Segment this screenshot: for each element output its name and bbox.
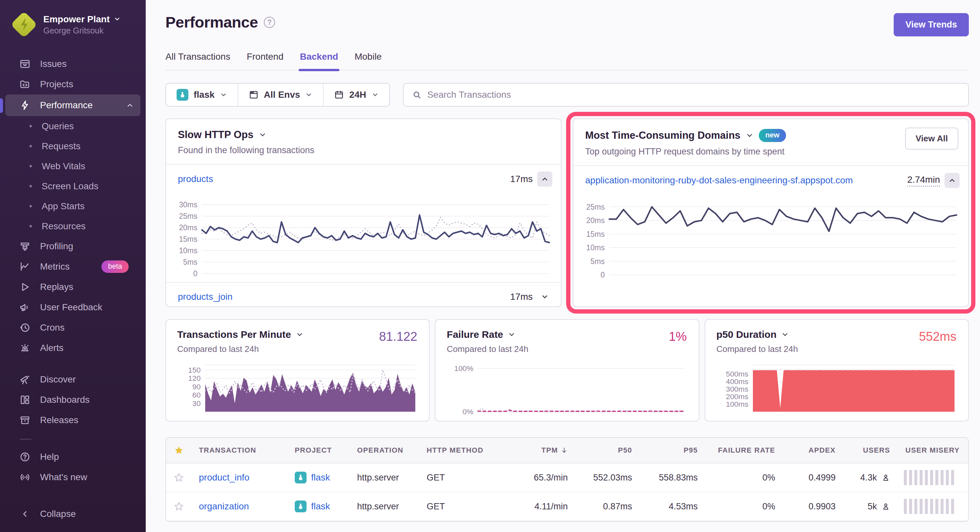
sidebar-item-whats-new[interactable]: What's new <box>0 467 146 488</box>
sidebar-item-screen-loads[interactable]: Screen Loads <box>0 176 146 196</box>
time-spent-value[interactable]: 2.74min <box>907 175 940 187</box>
widget-title[interactable]: Slow HTTP Ops <box>178 129 253 141</box>
table-header-row: TRANSACTION PROJECT OPERATION HTTP METHO… <box>166 438 968 464</box>
col-user-misery[interactable]: USER MISERY <box>890 446 960 454</box>
sidebar-item-resources[interactable]: Resources <box>0 216 146 236</box>
sidebar-item-app-starts[interactable]: App Starts <box>0 196 146 216</box>
sidebar-item-metrics[interactable]: Metrics beta <box>0 256 146 277</box>
chevron-up-icon <box>948 176 956 184</box>
bullet-icon <box>30 125 32 127</box>
chevron-down-icon[interactable] <box>296 330 304 338</box>
project-filter[interactable]: flask <box>166 84 238 106</box>
p50-duration-card: p50 Duration 552ms Compared to last 24h … <box>705 319 969 421</box>
apdex-cell: 0.4999 <box>775 473 835 483</box>
org-switcher[interactable]: Empower Plant George Gritsouk <box>0 10 146 40</box>
date-range-filter[interactable]: 24H <box>323 84 389 106</box>
domain-link[interactable]: application-monitoring-ruby-dot-sales-en… <box>585 175 853 186</box>
sidebar-item-user-feedback[interactable]: User Feedback <box>0 297 146 318</box>
sidebar-item-crons[interactable]: Crons <box>0 318 146 338</box>
sidebar-item-web-vitals[interactable]: Web Vitals <box>0 156 146 176</box>
metric-title[interactable]: Failure Rate <box>447 329 503 340</box>
chevron-down-icon <box>113 16 121 23</box>
sort-desc-icon <box>560 447 568 454</box>
tab-backend[interactable]: Backend <box>300 51 338 70</box>
widget-title[interactable]: Most Time-Consuming Domains <box>585 130 740 141</box>
star-icon[interactable] <box>174 473 199 483</box>
collapse-row-button[interactable] <box>537 172 552 187</box>
sidebar-item-label: Performance <box>40 100 92 111</box>
sidebar-collapse-button[interactable]: Collapse <box>0 504 146 524</box>
chevron-down-icon[interactable] <box>746 132 754 140</box>
col-apdex[interactable]: APDEX <box>775 446 835 454</box>
tpm-chart[interactable]: 150120906030 <box>177 362 418 414</box>
svg-text:0: 0 <box>193 269 197 276</box>
help-question-icon[interactable]: ? <box>264 17 275 28</box>
svg-text:60: 60 <box>192 391 200 399</box>
view-all-button[interactable]: View All <box>905 128 958 149</box>
tab-frontend[interactable]: Frontend <box>247 51 283 70</box>
svg-text:25ms: 25ms <box>179 212 197 221</box>
failure-rate-cell: 0% <box>698 502 775 512</box>
chevron-left-icon <box>19 509 31 519</box>
col-failure-rate[interactable]: FAILURE RATE <box>698 446 775 454</box>
domains-chart[interactable]: 25ms20ms15ms10ms5ms0 <box>573 199 961 278</box>
transaction-link[interactable]: products_join <box>178 292 233 302</box>
sidebar-item-help[interactable]: Help <box>0 447 146 467</box>
chevron-down-icon[interactable] <box>259 131 267 139</box>
sidebar-item-queries[interactable]: Queries <box>0 116 146 136</box>
environment-filter[interactable]: All Envs <box>238 84 323 106</box>
metric-title[interactable]: p50 Duration <box>716 329 776 340</box>
domain-row: application-monitoring-ruby-dot-sales-en… <box>573 166 968 195</box>
col-users[interactable]: USERS <box>835 446 890 454</box>
col-transaction[interactable]: TRANSACTION <box>199 446 295 454</box>
table-row: product_info flask http.server GET 65.3/… <box>166 464 968 492</box>
project-link[interactable]: flask <box>311 472 330 483</box>
col-tpm[interactable]: TPM <box>508 446 568 454</box>
expand-row-button[interactable] <box>537 289 552 304</box>
sidebar-item-requests[interactable]: Requests <box>0 136 146 156</box>
sidebar-item-releases[interactable]: Releases <box>0 410 146 430</box>
chevron-up-icon <box>126 102 134 109</box>
svg-text:20ms: 20ms <box>179 223 197 232</box>
performance-icon <box>19 100 31 111</box>
view-trends-button[interactable]: View Trends <box>894 13 969 37</box>
chevron-down-icon[interactable] <box>508 330 515 338</box>
sidebar-item-discover[interactable]: Discover <box>0 369 146 390</box>
sidebar-item-label: Crons <box>40 322 65 333</box>
sidebar-item-performance[interactable]: Performance <box>5 94 140 116</box>
sidebar-item-profiling[interactable]: Profiling <box>0 236 146 256</box>
col-http-method[interactable]: HTTP METHOD <box>427 446 508 454</box>
new-badge: new <box>759 129 786 142</box>
transaction-link[interactable]: product_info <box>199 472 250 483</box>
slow-http-ops-card: Slow HTTP Ops Found in the following tra… <box>165 118 562 307</box>
transaction-link[interactable]: products <box>178 174 213 184</box>
p50-duration-chart[interactable]: 500ms400ms300ms200ms100ms <box>716 362 957 414</box>
search-input[interactable] <box>427 89 960 100</box>
slow-http-chart[interactable]: 30ms25ms20ms15ms10ms5ms0 <box>166 197 554 276</box>
svg-text:120: 120 <box>188 374 200 383</box>
col-operation[interactable]: OPERATION <box>357 446 427 454</box>
sidebar-item-replays[interactable]: Replays <box>0 277 146 297</box>
metric-title[interactable]: Transactions Per Minute <box>177 329 291 340</box>
main-content: Performance ? View Trends All Transactio… <box>146 0 980 532</box>
collapse-row-button[interactable] <box>945 173 960 188</box>
tab-mobile[interactable]: Mobile <box>355 51 381 70</box>
star-icon[interactable] <box>174 502 199 511</box>
bullet-icon <box>30 205 32 207</box>
sidebar-item-projects[interactable]: Projects <box>0 74 146 94</box>
sidebar-item-issues[interactable]: Issues <box>0 54 146 74</box>
sidebar-divider <box>20 439 32 440</box>
sidebar-item-dashboards[interactable]: Dashboards <box>0 390 146 410</box>
star-header-icon[interactable] <box>174 445 199 455</box>
col-p50[interactable]: P50 <box>568 446 632 454</box>
project-link[interactable]: flask <box>311 501 330 512</box>
sidebar-item-label: Resources <box>42 221 86 232</box>
col-p95[interactable]: P95 <box>632 446 698 454</box>
transaction-link[interactable]: organization <box>199 501 249 512</box>
sidebar-item-alerts[interactable]: Alerts <box>0 338 146 358</box>
failure-rate-chart[interactable]: 100%0% <box>447 362 687 414</box>
chevron-down-icon[interactable] <box>781 330 789 338</box>
tab-all-transactions[interactable]: All Transactions <box>165 51 231 70</box>
sidebar-item-label: Releases <box>40 415 78 426</box>
col-project[interactable]: PROJECT <box>295 446 357 454</box>
